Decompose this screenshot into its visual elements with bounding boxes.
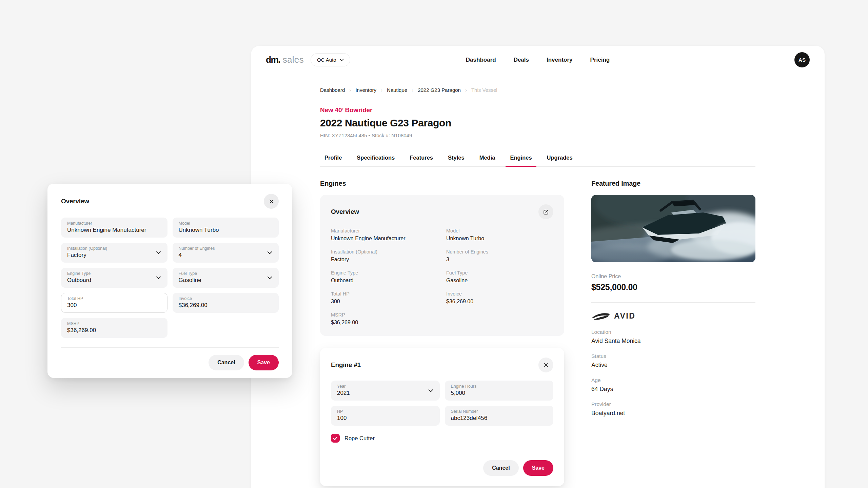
tab-engines[interactable]: Engines bbox=[506, 155, 536, 166]
breadcrumb-separator: › bbox=[412, 87, 413, 93]
breadcrumb-nautique[interactable]: Nautique bbox=[387, 87, 407, 93]
breadcrumb: Dashboard › Inventory › Nautique › 2022 … bbox=[320, 87, 755, 93]
engine-1-hp-input[interactable]: HP 100 bbox=[331, 406, 440, 426]
tab-specifications[interactable]: Specifications bbox=[352, 155, 399, 166]
edit-icon bbox=[543, 209, 549, 215]
overview-field-manufacturer: Manufacturer Unknown Engine Manufacturer bbox=[331, 228, 438, 242]
divider bbox=[61, 347, 279, 348]
overview-field-invoice: Invoice $36,269.00 bbox=[446, 291, 553, 305]
overview-field-number-of-engines: Number of Engines 3 bbox=[446, 249, 553, 263]
engine-1-save-button[interactable]: Save bbox=[523, 460, 553, 476]
overview-card-title: Overview bbox=[331, 208, 359, 216]
vessel-meta: HIN: XYZ12345L485 • Stock #: N108049 bbox=[320, 133, 755, 138]
online-price-label: Online Price bbox=[591, 273, 755, 280]
brand-name: AVID bbox=[614, 311, 635, 321]
engine-1-cancel-button[interactable]: Cancel bbox=[483, 460, 518, 476]
overview-field-msrp: MSRP $36,269.00 bbox=[331, 312, 438, 326]
overview-field-installation: Installation (Optional) Factory bbox=[331, 249, 438, 263]
sidebar-field-location: Location Avid Santa Monica bbox=[591, 329, 755, 345]
close-icon bbox=[269, 199, 274, 204]
chevron-down-icon bbox=[428, 389, 433, 392]
breadcrumb-separator: › bbox=[381, 87, 382, 93]
modal-manufacturer-input[interactable]: Manufacturer Unknown Engine Manufacturer bbox=[61, 218, 167, 238]
sidebar-field-age: Age 64 Days bbox=[591, 377, 755, 393]
modal-invoice-input[interactable]: Invoice $36,269.00 bbox=[173, 293, 279, 313]
divider bbox=[331, 452, 553, 452]
tab-styles[interactable]: Styles bbox=[443, 155, 469, 166]
close-icon bbox=[544, 363, 549, 368]
chevron-down-icon bbox=[267, 251, 272, 255]
logo-wordmark-light: sales bbox=[283, 55, 304, 65]
boat-photo-illustration bbox=[591, 195, 755, 262]
modal-save-button[interactable]: Save bbox=[249, 355, 279, 370]
org-switcher[interactable]: OC Auto bbox=[311, 53, 350, 66]
top-bar: dm. sales OC Auto Dashboard Deals Invent… bbox=[251, 46, 825, 74]
app-window: dm. sales OC Auto Dashboard Deals Invent… bbox=[251, 46, 825, 488]
org-switcher-label: OC Auto bbox=[317, 57, 336, 63]
nav-deals[interactable]: Deals bbox=[514, 57, 529, 63]
tab-upgrades[interactable]: Upgrades bbox=[542, 155, 577, 166]
modal-number-of-engines-select[interactable]: Number of Engines 4 bbox=[173, 243, 279, 263]
vessel-sidebar: Featured Image bbox=[591, 180, 755, 488]
vessel-condition-tag: New 40’ Bowrider bbox=[320, 106, 755, 114]
breadcrumb-inventory[interactable]: Inventory bbox=[355, 87, 376, 93]
avid-boat-icon bbox=[591, 311, 611, 321]
engines-heading: Engines bbox=[320, 180, 564, 187]
modal-installation-select[interactable]: Installation (Optional) Factory bbox=[61, 243, 167, 263]
rope-cutter-label: Rope Cutter bbox=[344, 435, 375, 442]
overview-field-total-hp: Total HP 300 bbox=[331, 291, 438, 305]
modal-fuel-type-select[interactable]: Fuel Type Gasoline bbox=[173, 268, 279, 288]
page-content: Dashboard › Inventory › Nautique › 2022 … bbox=[320, 74, 755, 488]
edit-overview-button[interactable] bbox=[538, 204, 553, 219]
page-title: 2022 Nautique G23 Paragon bbox=[320, 117, 755, 129]
modal-title: Overview bbox=[61, 198, 89, 205]
close-modal-button[interactable] bbox=[264, 194, 279, 209]
modal-total-hp-input[interactable]: Total HP 300 bbox=[61, 293, 167, 313]
overview-field-fuel-type: Fuel Type Gasoline bbox=[446, 270, 553, 284]
breadcrumb-separator: › bbox=[349, 87, 351, 93]
logo-wordmark-bold: dm. bbox=[266, 55, 280, 65]
breadcrumb-dashboard[interactable]: Dashboard bbox=[320, 87, 345, 93]
nav-pricing[interactable]: Pricing bbox=[590, 57, 610, 63]
engine-1-serial-number-input[interactable]: Serial Number abc123def456 bbox=[445, 406, 554, 426]
overview-field-engine-type: Engine Type Outboard bbox=[331, 270, 438, 284]
breadcrumb-2022-g23-paragon[interactable]: 2022 G23 Paragon bbox=[418, 87, 461, 93]
app-logo[interactable]: dm. sales bbox=[266, 55, 304, 65]
overview-edit-modal: Overview Manufacturer Unknown Engine Man… bbox=[47, 184, 292, 378]
nav-inventory[interactable]: Inventory bbox=[547, 57, 573, 63]
modal-model-input[interactable]: Model Unknown Turbo bbox=[173, 218, 279, 238]
modal-msrp-input[interactable]: MSRP $36,269.00 bbox=[61, 318, 167, 338]
engine-1-title: Engine #1 bbox=[331, 361, 361, 369]
close-engine-1-button[interactable] bbox=[538, 358, 553, 372]
status-badge: Active bbox=[591, 362, 755, 369]
provider-brand: AVID bbox=[591, 311, 755, 321]
rope-cutter-checkbox[interactable] bbox=[331, 434, 340, 443]
vessel-tabs: Profile Specifications Features Styles M… bbox=[320, 155, 755, 167]
chevron-down-icon bbox=[267, 276, 272, 280]
overview-field-model: Model Unknown Turbo bbox=[446, 228, 553, 242]
sidebar-field-provider: Provider Boatyard.net bbox=[591, 401, 755, 417]
modal-engine-type-select[interactable]: Engine Type Outboard bbox=[61, 268, 167, 288]
chevron-down-icon bbox=[340, 59, 344, 61]
sidebar-field-status: Status Active bbox=[591, 353, 755, 369]
engine-1-engine-hours-input[interactable]: Engine Hours 5,000 bbox=[445, 381, 554, 401]
engines-overview-card: Overview Manufacturer Unknown bbox=[320, 195, 564, 336]
chevron-down-icon bbox=[156, 251, 161, 255]
tab-profile[interactable]: Profile bbox=[320, 155, 346, 166]
engine-1-year-select[interactable]: Year 2021 bbox=[331, 381, 440, 401]
engines-column: Engines Overview bbox=[320, 180, 564, 488]
tab-media[interactable]: Media bbox=[475, 155, 500, 166]
featured-image bbox=[591, 195, 755, 262]
breadcrumb-current: This Vessel bbox=[471, 87, 497, 93]
top-nav: Dashboard Deals Inventory Pricing bbox=[466, 57, 610, 63]
avatar[interactable]: AS bbox=[794, 52, 810, 67]
modal-cancel-button[interactable]: Cancel bbox=[209, 355, 244, 370]
nav-dashboard[interactable]: Dashboard bbox=[466, 57, 496, 63]
breadcrumb-separator: › bbox=[465, 87, 467, 93]
chevron-down-icon bbox=[156, 276, 161, 280]
engine-1-card: Engine #1 Year 2021 Engine Hours bbox=[320, 348, 564, 486]
online-price-value: $525,000.00 bbox=[591, 282, 755, 292]
featured-image-heading: Featured Image bbox=[591, 180, 755, 187]
divider bbox=[591, 302, 755, 303]
tab-features[interactable]: Features bbox=[405, 155, 437, 166]
